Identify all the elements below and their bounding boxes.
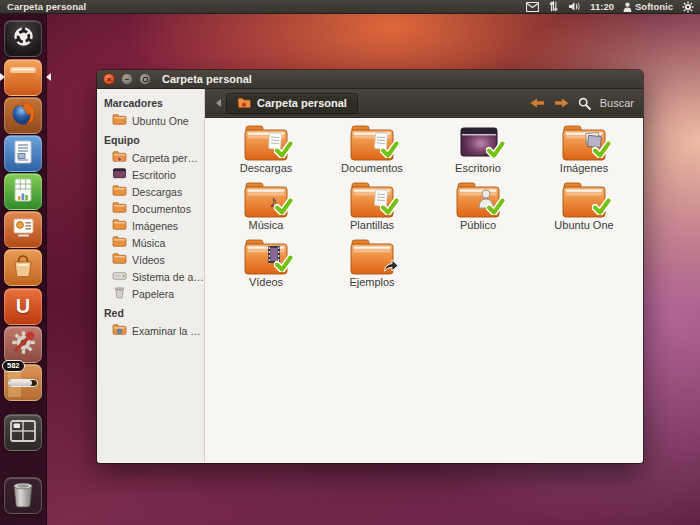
file-plantillas[interactable]: Plantillas [319, 181, 425, 238]
synced-check-emblem-icon [380, 198, 399, 219]
sidebar-section-header: Equipo [97, 129, 204, 149]
launcher-item-trash[interactable] [4, 477, 42, 514]
unity-launcher: U582 [0, 14, 47, 525]
folder-icon [243, 238, 289, 276]
launcher-item-workspace-switcher[interactable] [4, 414, 42, 451]
folder-icon [112, 184, 127, 199]
back-arrow-icon[interactable] [530, 98, 545, 108]
running-indicator-icon [0, 73, 9, 81]
file-p-blico[interactable]: Público [425, 181, 531, 238]
folder-icon [112, 113, 127, 128]
home-icon [112, 150, 127, 165]
sidebar-item-v-deos[interactable]: Vídeos [97, 251, 204, 268]
session-gear-icon[interactable] [682, 1, 694, 13]
file-ejemplos[interactable]: Ejemplos [319, 238, 425, 295]
search-icon[interactable] [578, 97, 591, 110]
folder-icon [349, 124, 395, 162]
mail-icon[interactable] [526, 2, 539, 12]
firefox-icon [10, 100, 37, 131]
file-label: Descargas [240, 162, 293, 174]
launcher-item-files[interactable] [4, 59, 42, 96]
folder-icon [349, 181, 395, 219]
launcher-item-update-manager[interactable]: 582 [4, 364, 42, 401]
file-descargas[interactable]: Descargas [213, 124, 319, 181]
network-arrows-icon[interactable] [548, 1, 559, 12]
link-emblem-icon [383, 258, 399, 276]
ubuntu-one-icon: U [16, 295, 30, 318]
minimize-button[interactable]: − [121, 73, 133, 85]
sidebar-item-label: Carpeta per… [132, 152, 198, 164]
toolbar: Carpeta personal Buscar [205, 89, 643, 118]
folder-icon [243, 124, 289, 162]
update-progress-bar [8, 379, 38, 387]
folder-icon: ♪ [243, 181, 289, 219]
file-label: Música [249, 219, 284, 231]
file-v-deos[interactable]: Vídeos [213, 238, 319, 295]
sidebar-section-header: Red [97, 302, 204, 322]
file-label: Escritorio [455, 162, 501, 174]
desktop-icon [112, 167, 127, 182]
synced-check-emblem-icon [592, 141, 611, 162]
workspace-switcher-icon [10, 420, 36, 446]
file-label: Vídeos [249, 276, 283, 288]
folder-icon [455, 181, 501, 219]
sidebar-item-label: Ubuntu One [132, 115, 189, 127]
launcher-item-libreoffice-impress[interactable] [4, 211, 42, 248]
launcher-item-firefox[interactable] [4, 97, 42, 134]
sidebar-item-escritorio[interactable]: Escritorio [97, 166, 204, 183]
folder-icon [561, 124, 607, 162]
synced-check-emblem-icon [592, 198, 611, 219]
file-im-genes[interactable]: Imágenes [531, 124, 637, 181]
sidebar-item-ubuntu-one[interactable]: Ubuntu One [97, 112, 204, 129]
launcher-item-libreoffice-calc[interactable] [4, 173, 42, 210]
sidebar-item-label: Vídeos [132, 254, 165, 266]
file-escritorio[interactable]: Escritorio [425, 124, 531, 181]
launcher-item-libreoffice-writer[interactable] [4, 135, 42, 172]
file-label: Plantillas [350, 219, 394, 231]
synced-check-emblem-icon [486, 198, 505, 219]
libreoffice-calc-icon [11, 177, 35, 207]
file-label: Ejemplos [349, 276, 394, 288]
forward-arrow-icon[interactable] [554, 98, 569, 108]
maximize-button[interactable] [139, 73, 151, 85]
synced-check-emblem-icon [274, 198, 293, 219]
session-user[interactable]: Softonic [623, 1, 673, 12]
scroll-left-icon[interactable] [212, 99, 221, 107]
sidebar-item-descargas[interactable]: Descargas [97, 183, 204, 200]
disk-icon [112, 269, 127, 284]
launcher-item-software-center[interactable] [4, 249, 42, 286]
folder-icon [112, 201, 127, 216]
sidebar-item-label: Documentos [132, 203, 191, 215]
sidebar-item-sistema-de-a[interactable]: Sistema de a… [97, 268, 204, 285]
sidebar-item-label: Imágenes [132, 220, 178, 232]
sidebar-item-im-genes[interactable]: Imágenes [97, 217, 204, 234]
window-title: Carpeta personal [162, 73, 252, 85]
window-titlebar[interactable]: × − Carpeta personal [97, 70, 643, 89]
file-m-sica[interactable]: ♪ Música [213, 181, 319, 238]
sidebar-item-m-sica[interactable]: Música [97, 234, 204, 251]
file-documentos[interactable]: Documentos [319, 124, 425, 181]
trash-icon [112, 286, 127, 301]
sidebar-item-label: Música [132, 237, 165, 249]
synced-check-emblem-icon [274, 141, 293, 162]
system-settings-icon [10, 329, 37, 360]
software-center-icon [10, 253, 36, 283]
search-label[interactable]: Buscar [600, 97, 634, 109]
sidebar-item-carpeta-per[interactable]: Carpeta per… [97, 149, 204, 166]
breadcrumb[interactable]: Carpeta personal [226, 93, 358, 114]
top-panel: Carpeta personal 11:20 Softonic [0, 0, 700, 14]
update-count-badge: 582 [2, 360, 25, 372]
synced-check-emblem-icon [380, 141, 399, 162]
close-button[interactable]: × [103, 73, 115, 85]
launcher-item-dash-home[interactable] [4, 20, 42, 57]
volume-icon[interactable] [568, 1, 581, 12]
sidebar-item-examinar-la[interactable]: Examinar la … [97, 322, 204, 339]
sidebar-item-documentos[interactable]: Documentos [97, 200, 204, 217]
clock[interactable]: 11:20 [590, 1, 614, 12]
sidebar-item-label: Sistema de a… [132, 271, 204, 283]
launcher-item-ubuntu-one[interactable]: U [4, 288, 42, 325]
folder-icon [112, 252, 127, 267]
launcher-item-system-settings[interactable] [4, 326, 42, 363]
file-ubuntu-one[interactable]: Ubuntu One [531, 181, 637, 238]
sidebar-item-papelera[interactable]: Papelera [97, 285, 204, 302]
